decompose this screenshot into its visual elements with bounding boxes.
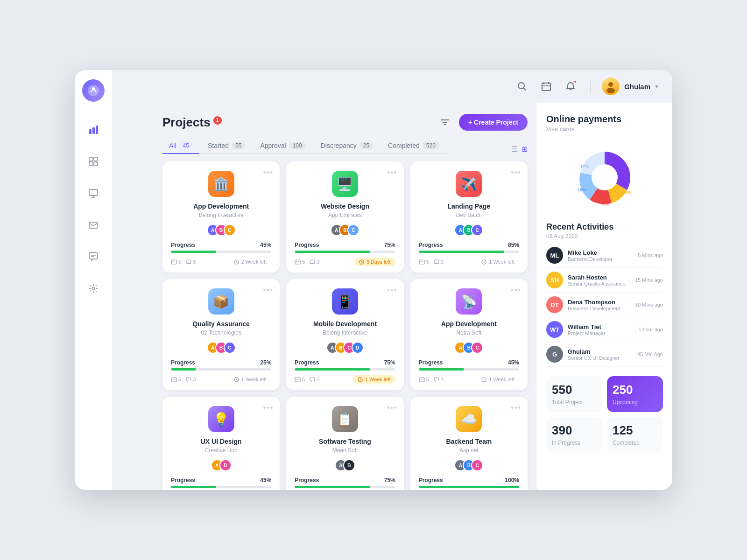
- project-card-website-design[interactable]: ••• 🖥️ Website Design App Emirates ABC P…: [286, 161, 403, 273]
- activity-time: 30 Mins ago: [635, 302, 663, 308]
- projects-actions: + Create Project: [437, 114, 528, 131]
- card-deadline: 1 Week left: [477, 375, 519, 384]
- tabs: All45Started55Approval100Discrepancy25Co…: [162, 138, 446, 154]
- sidebar-item-monitor[interactable]: [84, 184, 103, 203]
- sidebar-logo[interactable]: [82, 79, 105, 102]
- svg-rect-3: [92, 127, 95, 134]
- project-card-mobile-dev[interactable]: ••• 📱 Mobile Development Belong Interact…: [286, 279, 403, 390]
- view-toggles: ☰ ⊞: [511, 145, 528, 154]
- svg-rect-13: [89, 252, 98, 259]
- card-title: Backend Team: [446, 438, 492, 445]
- tab-started[interactable]: Started55: [201, 138, 252, 154]
- sidebar-item-mail[interactable]: [84, 216, 103, 234]
- stat-label: Upcoming: [613, 399, 657, 406]
- activity-role: Business Development: [568, 306, 630, 311]
- card-progress: Progress 25%: [171, 359, 271, 371]
- activity-item: DT Dena Thompson Business Development 30…: [546, 293, 663, 317]
- progress-bar-fill: [419, 368, 464, 371]
- card-icon: ☁️: [456, 406, 482, 432]
- sidebar-item-dashboard[interactable]: [84, 152, 103, 171]
- project-card-app-dev[interactable]: ••• 🏛️ App Development Belong Interactiv…: [162, 161, 280, 273]
- task-count: 5: [295, 259, 305, 265]
- activity-avatar: DT: [546, 296, 563, 313]
- progress-bar-fill: [295, 486, 370, 488]
- user-avatar: [602, 77, 620, 95]
- card-footer: 5 3 1 Week left: [419, 258, 519, 266]
- tabs-row: All45Started55Approval100Discrepancy25Co…: [162, 138, 528, 161]
- svg-text:20%: 20%: [622, 190, 631, 195]
- card-progress: Progress 75%: [295, 242, 395, 253]
- activity-item: SH Sarah Hosten Senior Quality Assurance…: [546, 268, 663, 293]
- tab-completed[interactable]: Completed520: [381, 138, 446, 154]
- activity-name: Ghulam: [568, 348, 633, 355]
- svg-rect-9: [89, 189, 98, 196]
- card-menu[interactable]: •••: [511, 168, 521, 178]
- avatar: B: [219, 459, 232, 471]
- card-avatars: ABC: [454, 224, 483, 236]
- search-icon[interactable]: [514, 78, 530, 95]
- activity-name: Mike Loke: [568, 249, 633, 256]
- card-subtitle: App Emirates: [328, 212, 362, 218]
- filter-icon[interactable]: [437, 114, 453, 131]
- card-avatars: ABC: [454, 459, 483, 471]
- avatar: C: [471, 459, 483, 471]
- comment-count: 3: [310, 259, 319, 265]
- card-menu[interactable]: •••: [387, 168, 397, 178]
- card-icon: 🏛️: [208, 171, 234, 197]
- card-menu[interactable]: •••: [387, 286, 397, 295]
- progress-bar-fill: [419, 251, 504, 253]
- stat-card-upcoming: 250 Upcoming: [607, 376, 663, 412]
- card-title: Software Testing: [319, 438, 371, 445]
- card-menu[interactable]: •••: [387, 403, 397, 413]
- comment-count: 3: [434, 377, 444, 382]
- sidebar-item-settings[interactable]: [84, 279, 103, 298]
- card-menu[interactable]: •••: [263, 286, 273, 295]
- tab-all[interactable]: All45: [162, 138, 199, 154]
- project-card-quality-assurance[interactable]: ••• 📦 Quality Assurance 02 Technologies …: [162, 279, 280, 390]
- activity-item: G Ghulam Senior UX UI Designer 45 Min Ag…: [546, 342, 663, 367]
- tab-approval[interactable]: Approval100: [254, 138, 312, 154]
- grid-view-toggle[interactable]: ⊞: [521, 145, 528, 154]
- activities-section: Recent Activities 08 Aug 2020 ML Mike Lo…: [546, 222, 663, 367]
- card-menu[interactable]: •••: [511, 286, 521, 295]
- stat-card-completed: 125 Completed: [607, 417, 663, 453]
- card-icon: 📱: [332, 288, 358, 315]
- svg-rect-43: [434, 378, 439, 381]
- progress-bar-fill: [295, 368, 370, 371]
- projects-header: Projects 1 + Create Project: [162, 114, 528, 131]
- list-view-toggle[interactable]: ☰: [511, 145, 518, 154]
- sidebar: [75, 70, 112, 490]
- card-progress: Progress 100%: [419, 477, 519, 488]
- card-footer: 5 3 2 Week left: [171, 258, 271, 266]
- stat-number: 125: [613, 423, 657, 438]
- sidebar-item-comments[interactable]: [84, 247, 103, 266]
- progress-bar-bg: [419, 486, 519, 488]
- card-menu[interactable]: •••: [263, 168, 273, 178]
- svg-rect-28: [186, 260, 191, 264]
- activities-date: 08 Aug 2020: [546, 233, 663, 239]
- notification-icon[interactable]: [562, 78, 579, 95]
- card-progress: Progress 85%: [419, 242, 519, 253]
- card-menu[interactable]: •••: [511, 403, 521, 413]
- project-card-backend-team[interactable]: ••• ☁️ Backend Team Asp.net ABC Progress…: [410, 397, 528, 490]
- create-project-button[interactable]: + Create Project: [459, 114, 528, 131]
- card-title: UX UI Design: [201, 438, 242, 445]
- calendar-icon[interactable]: [538, 78, 555, 95]
- card-menu[interactable]: •••: [263, 403, 273, 413]
- activity-avatar: SH: [546, 272, 563, 288]
- avatar: C: [224, 224, 236, 236]
- tab-discrepancy[interactable]: Discrepancy25: [314, 138, 380, 154]
- page-title: Projects: [162, 115, 211, 130]
- project-card-app-dev-2[interactable]: ••• 📡 App Development Netra Soft ABC Pro…: [410, 279, 528, 390]
- activity-role: Project Manager: [568, 330, 634, 336]
- stats-grid: 550 Total Project 250 Upcoming 390 In Pr…: [546, 376, 663, 453]
- stat-number: 250: [613, 383, 657, 397]
- card-progress: Progress 45%: [171, 242, 271, 253]
- progress-bar-bg: [171, 251, 271, 253]
- project-card-ux-ui[interactable]: ••• 💡 UX UI Design Creative Hub AB Progr…: [162, 397, 280, 490]
- payments-subtitle: Visa cards: [546, 126, 663, 133]
- project-card-landing-page[interactable]: ••• ✈️ Landing Page Dev Batch ABC Progre…: [410, 161, 528, 273]
- topbar-user[interactable]: Ghulam ▾: [602, 77, 658, 95]
- sidebar-item-chart[interactable]: [84, 120, 103, 139]
- project-card-software-testing[interactable]: ••• 📋 Software Testing Mean Soft AB Prog…: [286, 397, 403, 490]
